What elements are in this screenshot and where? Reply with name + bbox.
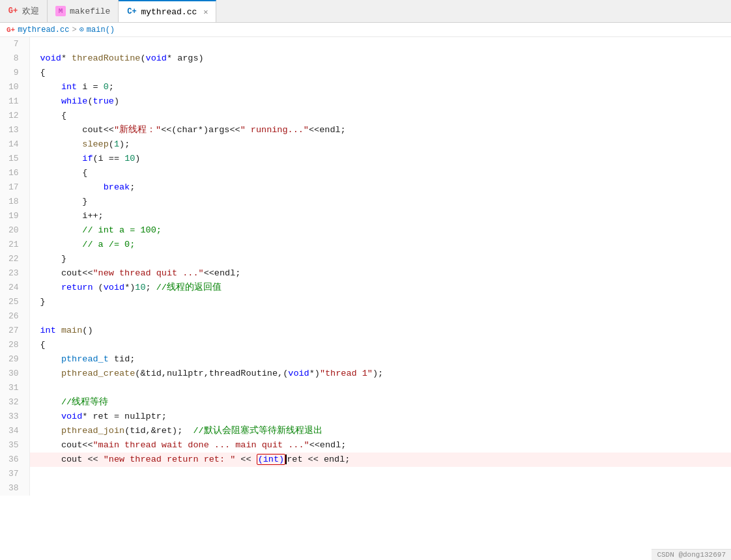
line-number: 15 (0, 152, 29, 166)
breadcrumb-file[interactable]: mythread.cc (18, 25, 69, 35)
line-code: } (29, 252, 731, 266)
line-code (29, 467, 731, 481)
line-number: 12 (0, 109, 29, 123)
line-code: pthread_create(&tid,nullptr,threadRoutin… (29, 367, 731, 381)
line-code: pthread_join(tid,&ret); //默认会阻塞式等待新线程退出 (29, 424, 731, 438)
line-code: if(i == 10) (29, 152, 731, 166)
line-number: 13 (0, 123, 29, 137)
line-number: 19 (0, 209, 29, 223)
line-number: 25 (0, 295, 29, 309)
line-code (29, 37, 731, 51)
line-code: } (29, 195, 731, 209)
line-code: int i = 0; (29, 80, 731, 94)
code-table: 78void* threadRoutine(void* args)9{10 in… (0, 37, 731, 496)
line-number: 9 (0, 66, 29, 80)
status-bar: CSDN @dong132697 (652, 549, 731, 559)
line-code (29, 381, 731, 395)
line-code: sleep(1); (29, 137, 731, 152)
breadcrumb-file-icon: G+ (7, 26, 15, 34)
line-number: 33 (0, 410, 29, 424)
status-text: CSDN @dong132697 (657, 551, 726, 559)
line-code: //线程等待 (29, 395, 731, 410)
mythread-tab-icon: C+ (126, 7, 137, 17)
line-number: 27 (0, 324, 29, 338)
breadcrumb-sep1: > (72, 25, 76, 35)
line-number: 31 (0, 381, 29, 395)
line-number: 37 (0, 467, 29, 481)
line-number: 38 (0, 481, 29, 496)
line-code: // int a = 100; (29, 223, 731, 238)
line-number: 24 (0, 281, 29, 295)
line-number: 30 (0, 367, 29, 381)
line-number: 11 (0, 94, 29, 109)
line-number: 14 (0, 137, 29, 152)
tab-mythread[interactable]: C+ mythread.cc ✕ (119, 0, 216, 22)
makefile-tab-icon: M (55, 6, 66, 16)
breadcrumb: G+ mythread.cc > ⊙ main() (0, 23, 731, 37)
breadcrumb-func[interactable]: main() (87, 25, 115, 35)
line-number: 36 (0, 453, 29, 467)
line-code: int main() (29, 324, 731, 338)
line-number: 28 (0, 338, 29, 352)
line-code: void* ret = nullptr; (29, 410, 731, 424)
line-number: 29 (0, 352, 29, 367)
tab-makefile[interactable]: M makefile (48, 0, 119, 22)
line-number: 16 (0, 166, 29, 180)
line-code: } (29, 295, 731, 309)
line-code: cout << "new thread return ret: " << (in… (29, 453, 731, 467)
line-code: { (29, 166, 731, 180)
line-code: cout<<"新线程："<<(char*)args<<" running..."… (29, 123, 731, 137)
line-code: void* threadRoutine(void* args) (29, 51, 731, 66)
line-number: 22 (0, 252, 29, 266)
line-code (29, 309, 731, 324)
line-code: cout<<"main thread wait done ... main qu… (29, 438, 731, 453)
line-number: 18 (0, 195, 29, 209)
line-number: 21 (0, 238, 29, 252)
line-code: cout<<"new thread quit ..."<<endl; (29, 266, 731, 281)
title-bar: G+ 欢迎 M makefile C+ mythread.cc ✕ (0, 0, 731, 23)
line-code: i++; (29, 209, 731, 223)
line-number: 10 (0, 80, 29, 94)
line-number: 34 (0, 424, 29, 438)
tab-welcome[interactable]: G+ 欢迎 (0, 0, 48, 22)
line-number: 7 (0, 37, 29, 51)
line-code: pthread_t tid; (29, 352, 731, 367)
tab-mythread-label: mythread.cc (141, 7, 197, 17)
tab-welcome-label: 欢迎 (22, 5, 39, 17)
line-number: 26 (0, 309, 29, 324)
welcome-tab-icon: G+ (8, 6, 18, 16)
line-code: { (29, 338, 731, 352)
line-number: 20 (0, 223, 29, 238)
line-number: 23 (0, 266, 29, 281)
tab-mythread-close[interactable]: ✕ (203, 7, 208, 17)
line-number: 17 (0, 180, 29, 195)
breadcrumb-func-icon: ⊙ (79, 25, 84, 35)
line-number: 35 (0, 438, 29, 453)
code-area[interactable]: 78void* threadRoutine(void* args)9{10 in… (0, 37, 731, 559)
line-code: { (29, 109, 731, 123)
tab-makefile-label: makefile (70, 7, 110, 16)
line-code: return (void*)10; //线程的返回值 (29, 281, 731, 295)
line-code (29, 481, 731, 496)
line-number: 32 (0, 395, 29, 410)
line-code: { (29, 66, 731, 80)
line-code: while(true) (29, 94, 731, 109)
line-code: // a /= 0; (29, 238, 731, 252)
line-number: 8 (0, 51, 29, 66)
line-code: break; (29, 180, 731, 195)
